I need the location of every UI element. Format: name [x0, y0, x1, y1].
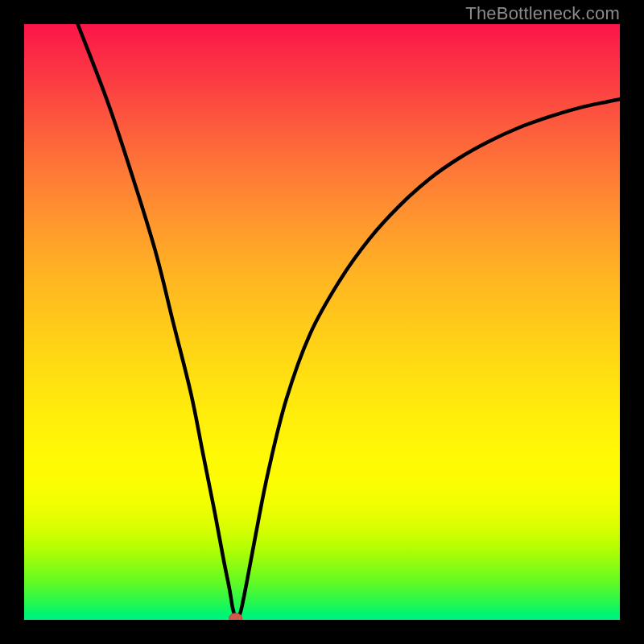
chart-svg	[24, 24, 620, 620]
chart-outer-frame: TheBottleneck.com	[0, 0, 644, 644]
min-point-marker	[229, 613, 242, 620]
chart-plot-area	[24, 24, 620, 620]
bottleneck-curve	[78, 24, 620, 618]
watermark-text: TheBottleneck.com	[465, 3, 620, 24]
